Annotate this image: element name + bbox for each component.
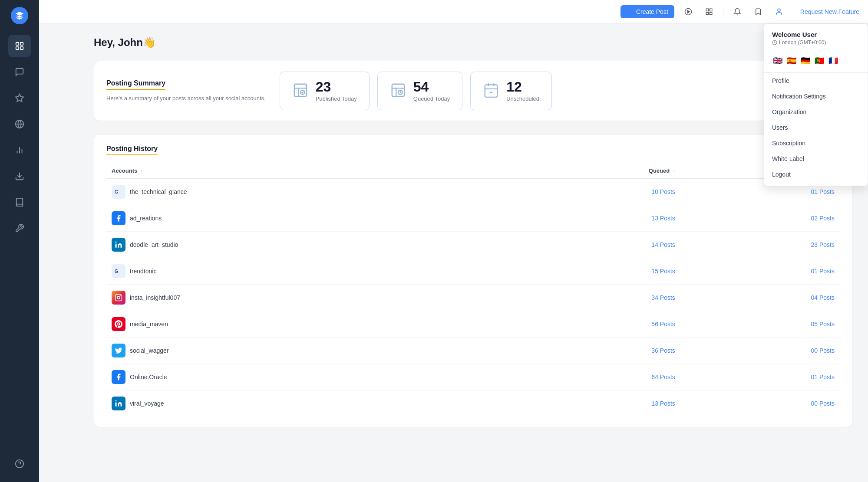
account-name: doodle_art_studio xyxy=(130,241,178,248)
bookmark-icon-button[interactable] xyxy=(751,5,765,19)
dropdown-menu-item[interactable]: Logout xyxy=(764,167,868,182)
flag-gb[interactable]: 🇬🇧 xyxy=(772,55,783,66)
sidebar-item-star[interactable] xyxy=(8,87,31,109)
sidebar xyxy=(0,0,39,482)
unscheduled-icon xyxy=(483,82,499,100)
topbar-divider xyxy=(723,7,723,17)
dropdown-menu-item[interactable]: White Label xyxy=(764,151,868,167)
error-posts-cell: 00 Posts xyxy=(680,390,840,417)
account-name: social_wagger xyxy=(130,347,169,354)
unscheduled-number: 12 xyxy=(506,80,539,94)
unscheduled-label: Unscheduled xyxy=(506,95,539,102)
grid-icon-button[interactable] xyxy=(702,5,716,19)
dropdown-menu-item[interactable]: Organization xyxy=(764,104,868,120)
user-icon-button[interactable] xyxy=(772,5,786,19)
table-row: social_wagger 36 Posts 00 Posts xyxy=(106,338,840,364)
account-name: trendtonic xyxy=(130,268,156,275)
sidebar-item-support[interactable] xyxy=(8,452,31,475)
app-logo[interactable] xyxy=(11,7,28,24)
sidebar-item-dashboard[interactable] xyxy=(8,35,31,57)
error-posts-cell: 23 Posts xyxy=(680,232,840,258)
error-posts-cell: 01 Posts xyxy=(680,258,840,285)
summary-title: Posting Summary xyxy=(106,79,165,90)
svg-point-19 xyxy=(778,9,780,11)
stat-card-published: 23 Published Today xyxy=(280,72,370,110)
queued-posts-cell: 10 Posts xyxy=(508,179,680,205)
error-posts-cell: 05 Posts xyxy=(680,311,840,338)
request-feature-link[interactable]: Request New Feature xyxy=(800,8,859,15)
svg-marker-14 xyxy=(687,10,690,13)
summary-text-block: Posting Summary Here's a summary of your… xyxy=(106,79,266,103)
flag-fr[interactable]: 🇫🇷 xyxy=(828,55,839,66)
svg-rect-24 xyxy=(485,85,498,97)
dropdown-username: Welcome User xyxy=(772,31,860,38)
table-row: Online.Oracle 64 Posts 01 Posts xyxy=(106,364,840,390)
stat-cards: 23 Published Today 54 Que xyxy=(280,72,552,110)
dropdown-menu-item[interactable]: Notification Settings xyxy=(764,89,868,104)
table-row: G the_technical_glance 10 Posts 01 Posts xyxy=(106,179,840,205)
page-greeting: Hey, John👋 xyxy=(94,36,852,49)
topbar: Create Post Request New Feature xyxy=(39,0,868,23)
sidebar-item-tools[interactable] xyxy=(8,217,31,239)
account-name: ad_reations xyxy=(130,215,162,222)
sidebar-item-downloads[interactable] xyxy=(8,165,31,187)
sidebar-item-analytics[interactable] xyxy=(8,139,31,161)
stat-card-unscheduled: 12 Unscheduled xyxy=(470,72,552,110)
svg-rect-17 xyxy=(706,12,708,14)
user-dropdown: Welcome User London (GMT+0:00) 🇬🇧 🇪🇸 🇩🇪 … xyxy=(764,23,868,186)
topbar-divider-2 xyxy=(793,7,793,17)
dropdown-menu-item[interactable]: Subscription xyxy=(764,135,868,151)
account-name: media_maven xyxy=(130,321,168,328)
posting-summary-section: Posting Summary Here's a summary of your… xyxy=(94,61,852,121)
dropdown-menu-item[interactable]: Users xyxy=(764,120,868,135)
queued-label: Queued Today xyxy=(413,95,450,102)
svg-text:G: G xyxy=(115,269,118,274)
table-row: G trendtonic 15 Posts 01 Posts xyxy=(106,258,840,285)
create-post-button[interactable]: Create Post xyxy=(620,5,674,18)
table-row: ad_reations 13 Posts 02 Posts xyxy=(106,205,840,232)
account-name: viral_voyage xyxy=(130,400,164,407)
history-table: Accounts ↑ Queued ↑ Errors ↑ G xyxy=(106,164,840,416)
history-section-title: Posting History xyxy=(106,145,158,155)
svg-point-31 xyxy=(117,296,120,299)
svg-point-32 xyxy=(120,296,121,296)
flag-de[interactable]: 🇩🇪 xyxy=(800,55,811,66)
accounts-sort-icon[interactable]: ↑ xyxy=(141,169,143,174)
account-name: Online.Oracle xyxy=(130,374,167,380)
stat-info-queued: 54 Queued Today xyxy=(413,80,450,102)
queued-posts-cell: 13 Posts xyxy=(508,205,680,232)
stat-info-published: 23 Published Today xyxy=(316,80,357,102)
svg-rect-3 xyxy=(20,47,23,49)
col-accounts: Accounts ↑ xyxy=(106,164,508,179)
svg-rect-18 xyxy=(710,12,712,14)
svg-rect-0 xyxy=(16,43,19,45)
svg-marker-4 xyxy=(16,94,23,102)
error-posts-cell: 01 Posts xyxy=(680,364,840,390)
flag-pt[interactable]: 🇵🇹 xyxy=(814,55,825,66)
table-row: insta_insightful007 34 Posts 04 Posts xyxy=(106,285,840,311)
svg-rect-27 xyxy=(116,244,117,248)
dropdown-timezone: London (GMT+0:00) xyxy=(772,39,860,46)
error-posts-cell: 02 Posts xyxy=(680,205,840,232)
queued-posts-cell: 36 Posts xyxy=(508,338,680,364)
account-name: the_technical_glance xyxy=(130,188,187,195)
bell-icon-button[interactable] xyxy=(730,5,744,19)
published-icon xyxy=(292,82,309,100)
queued-number: 54 xyxy=(413,80,450,94)
play-icon-button[interactable] xyxy=(681,5,695,19)
dropdown-menu: ProfileNotification SettingsOrganization… xyxy=(764,73,868,182)
queued-sort-icon[interactable]: ↑ xyxy=(673,169,675,174)
svg-rect-22 xyxy=(392,84,405,96)
flag-es[interactable]: 🇪🇸 xyxy=(786,55,797,66)
dropdown-header: Welcome User London (GMT+0:00) xyxy=(764,31,868,51)
sidebar-item-chat[interactable] xyxy=(8,61,31,83)
error-posts-cell: 04 Posts xyxy=(680,285,840,311)
sidebar-item-library[interactable] xyxy=(8,191,31,213)
queued-posts-cell: 64 Posts xyxy=(508,364,680,390)
dropdown-menu-item[interactable]: Profile xyxy=(764,73,868,89)
svg-rect-1 xyxy=(20,43,23,45)
account-name: insta_insightful007 xyxy=(130,294,180,301)
svg-rect-15 xyxy=(706,9,708,11)
sidebar-item-globe[interactable] xyxy=(8,113,31,135)
table-row: viral_voyage 13 Posts 00 Posts xyxy=(106,390,840,417)
